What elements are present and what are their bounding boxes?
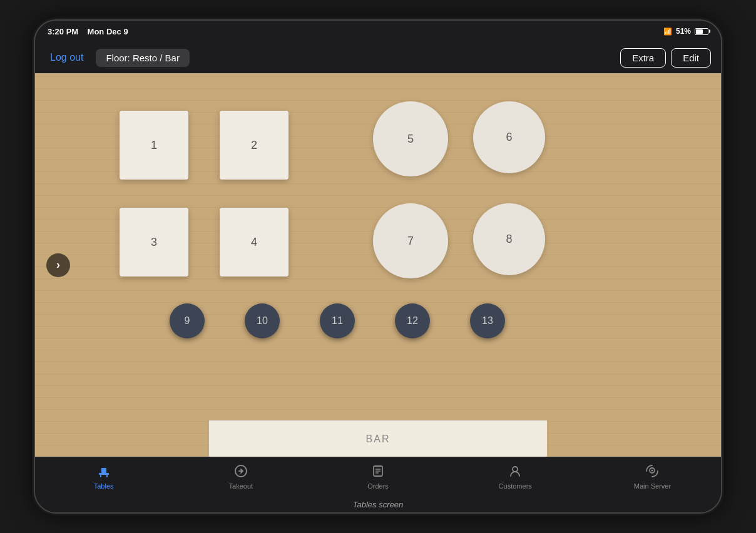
tab-orders-label: Orders	[367, 482, 389, 490]
tab-takeout[interactable]: Takeout	[172, 457, 309, 497]
bar-area: BAR	[209, 420, 547, 457]
table-11[interactable]: 11	[320, 303, 355, 338]
next-floor-button[interactable]: ›	[46, 253, 70, 277]
table-13[interactable]: 13	[470, 303, 505, 338]
logout-button[interactable]: Log out	[45, 49, 88, 66]
svg-point-11	[651, 470, 653, 472]
table-7[interactable]: 7	[373, 203, 448, 278]
table-6[interactable]: 6	[473, 101, 545, 173]
table-1[interactable]: 1	[120, 111, 188, 180]
table-9[interactable]: 9	[170, 303, 205, 338]
status-date: Mon Dec 9	[88, 27, 128, 36]
svg-rect-2	[100, 475, 101, 477]
table-5[interactable]: 5	[373, 101, 448, 176]
table-8[interactable]: 8	[473, 203, 545, 275]
battery-icon	[695, 28, 708, 35]
main-server-icon	[645, 464, 659, 480]
table-2[interactable]: 2	[220, 111, 289, 180]
tab-customers-label: Customers	[499, 482, 532, 490]
svg-rect-0	[99, 473, 109, 475]
tab-tables[interactable]: Tables	[35, 457, 172, 497]
tables-icon	[97, 464, 111, 480]
tab-tables-label: Tables	[94, 482, 114, 490]
svg-rect-1	[101, 468, 106, 473]
status-bar: 3:20 PM Mon Dec 9 📶 51%	[35, 21, 721, 42]
toolbar-right: Extra Edit	[620, 48, 711, 68]
table-10[interactable]: 10	[245, 303, 280, 338]
device-frame: 3:20 PM Mon Dec 9 📶 51% Log out Floor: R…	[34, 19, 722, 514]
tab-bar: Tables Takeout Orders	[35, 457, 721, 497]
tab-main-server[interactable]: Main Server	[584, 457, 721, 497]
battery-pct: 51%	[676, 27, 691, 36]
toolbar: Log out Floor: Resto / Bar Extra Edit	[35, 42, 721, 73]
screen-label: Tables screen	[35, 497, 721, 512]
svg-point-9	[513, 467, 518, 472]
customers-icon	[508, 464, 522, 480]
orders-icon	[371, 464, 385, 480]
edit-button[interactable]: Edit	[671, 48, 711, 68]
tab-orders[interactable]: Orders	[309, 457, 446, 497]
floor-selector[interactable]: Floor: Resto / Bar	[96, 49, 190, 67]
bar-label: BAR	[366, 434, 391, 445]
svg-rect-3	[106, 475, 108, 477]
extra-button[interactable]: Extra	[620, 48, 666, 68]
tab-customers[interactable]: Customers	[447, 457, 584, 497]
status-time-date: 3:20 PM Mon Dec 9	[48, 27, 128, 36]
tab-takeout-label: Takeout	[229, 482, 253, 490]
table-3[interactable]: 3	[120, 208, 188, 277]
status-time: 3:20 PM	[48, 27, 78, 36]
status-right: 📶 51%	[663, 27, 708, 36]
table-12[interactable]: 12	[395, 303, 430, 338]
takeout-icon	[234, 464, 248, 480]
toolbar-left: Log out Floor: Resto / Bar	[45, 49, 190, 67]
floor-area: › 1 2 5 6 3 4 7 8 9	[35, 73, 721, 457]
wifi-icon: 📶	[663, 28, 672, 36]
table-4[interactable]: 4	[220, 208, 289, 277]
tab-main-server-label: Main Server	[634, 482, 671, 490]
